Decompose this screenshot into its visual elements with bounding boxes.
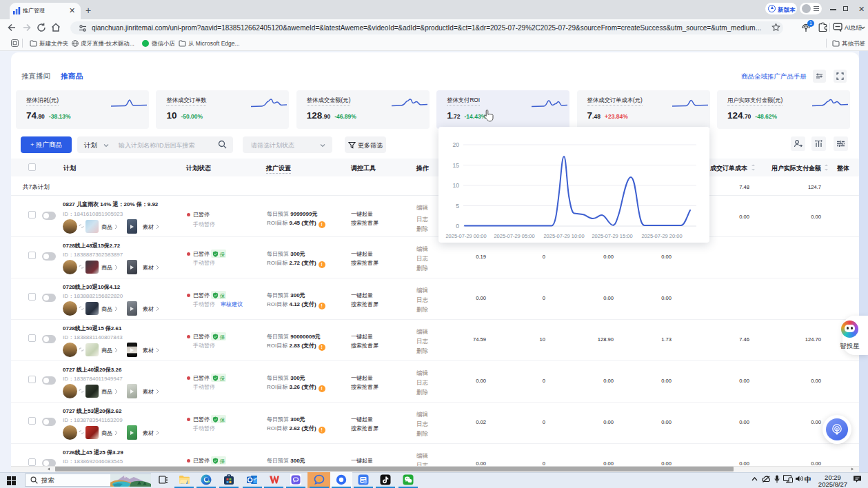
svg-text:15: 15 <box>453 162 460 169</box>
svg-text:20: 20 <box>453 141 460 148</box>
svg-text:2025-07-29 10:00: 2025-07-29 10:00 <box>543 233 584 239</box>
svg-text:10: 10 <box>453 182 460 189</box>
svg-text:2025-07-29 20:00: 2025-07-29 20:00 <box>641 233 682 239</box>
svg-text:0: 0 <box>456 223 459 230</box>
svg-text:5: 5 <box>456 203 459 210</box>
svg-text:2025-07-29 00:00: 2025-07-29 00:00 <box>445 233 486 239</box>
svg-text:2025-07-29 05:00: 2025-07-29 05:00 <box>494 233 534 239</box>
svg-text:2025-07-29 15:00: 2025-07-29 15:00 <box>592 233 632 239</box>
